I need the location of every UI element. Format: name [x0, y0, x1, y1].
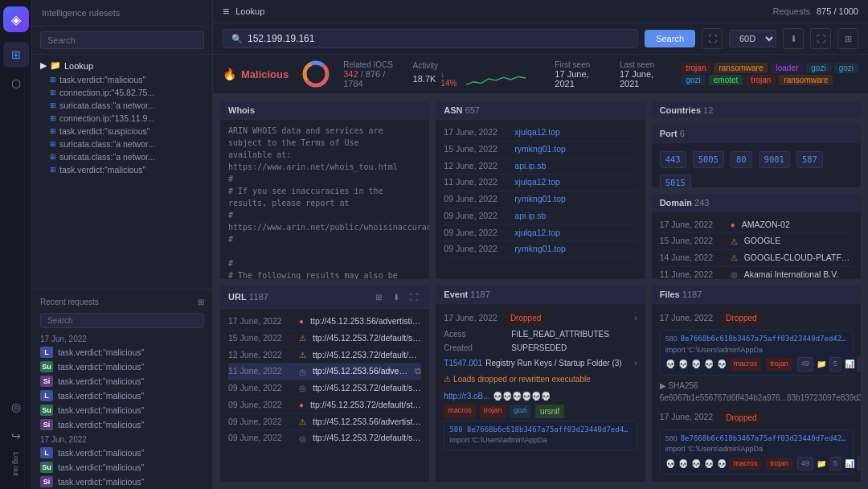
- topbar-right: Requests 875 / 1000: [773, 6, 858, 16]
- tree-item[interactable]: ⊞connection.ip:"135.11.9...: [32, 112, 212, 125]
- fullscreen-icon[interactable]: ⛶: [810, 28, 831, 49]
- download-icon[interactable]: ⬇: [783, 28, 804, 49]
- tree-item[interactable]: ⊞task.verdict:"malicious": [32, 73, 212, 86]
- tag-macros-f[interactable]: macros: [730, 358, 762, 371]
- tag-ursnif[interactable]: ursnif: [535, 405, 564, 418]
- event-hash: 580 8e7668b6c618b3467a75aff03d23440d7ed4…: [449, 425, 631, 436]
- recent-search-wrap: [32, 310, 212, 331]
- tag-gozi[interactable]: gozi: [806, 63, 830, 73]
- tag-trojan-f2[interactable]: trojan: [766, 458, 792, 471]
- port-num[interactable]: 443: [660, 151, 686, 169]
- files-panel: Files 1187 17 June, 2022 Dropped 580 8e7…: [651, 285, 862, 483]
- files-hash-row-2: 580 8e7668b6c618b3467a75aff03d23440d7ed4…: [660, 429, 853, 475]
- event-content: 17 June, 2022 Dropped › Acess FILE_READ_…: [436, 304, 645, 482]
- lookup-bar: 🔍 Search ⛶ 60D 30D 7D ⬇ ⛶ ⊞: [213, 23, 868, 55]
- port-num[interactable]: 5005: [693, 151, 724, 169]
- task-expand-icon[interactable]: ›: [634, 357, 637, 369]
- url-expand-icon[interactable]: ⛶: [407, 290, 421, 304]
- hamburger-icon[interactable]: ≡: [223, 5, 229, 18]
- tag-ransomware-2[interactable]: ransomware: [779, 75, 833, 85]
- recent-search-input[interactable]: [40, 313, 204, 328]
- port-num[interactable]: 587: [796, 151, 823, 169]
- time-period-select[interactable]: 60D 30D 7D: [729, 30, 776, 47]
- recent-item[interactable]: Sitask.verdict:"malicious": [32, 417, 212, 432]
- dropped-link[interactable]: http://r3.oB...: [444, 392, 489, 401]
- skull-icon: 💀: [691, 358, 701, 370]
- donut-chart: [301, 60, 330, 88]
- requests-value: 875 / 1000: [817, 6, 858, 16]
- sidebar-search-input[interactable]: [40, 31, 204, 49]
- port-num[interactable]: 9001: [759, 151, 790, 169]
- url-filter-icon[interactable]: ⊞: [371, 290, 386, 304]
- skull-icon: 💀: [717, 358, 727, 370]
- tree-item[interactable]: ⊞suricata.class:"a networ...: [32, 138, 212, 150]
- recent-item[interactable]: Ltask.verdict:"malicious": [32, 446, 212, 460]
- recent-filter-icon[interactable]: ⊞: [198, 298, 204, 306]
- tag-trojan-f[interactable]: trojan: [766, 358, 792, 371]
- event-task-link[interactable]: T1547.001: [444, 357, 482, 369]
- recent-item[interactable]: Ltask.verdict:"malicious": [32, 388, 212, 403]
- tag-trojan-2[interactable]: trojan: [746, 75, 776, 85]
- recent-item[interactable]: Sitask.verdict:"malicious": [32, 374, 212, 388]
- skull-icon: 💀: [678, 458, 688, 470]
- tag-loader[interactable]: loader: [771, 63, 803, 73]
- tree-item[interactable]: ⊞suricata.class:"a networ...: [32, 99, 212, 112]
- event-panel: Event 1187 17 June, 2022 Dropped › Acess…: [435, 285, 645, 483]
- whois-content[interactable]: ARIN WHOIS data and services are subject…: [220, 120, 429, 279]
- lookup-input[interactable]: [248, 33, 629, 44]
- sidebar-folder-lookup[interactable]: ▶ 📁 Lookup: [32, 58, 212, 73]
- tree-item[interactable]: ⊞suricata.class:"a networ...: [32, 150, 212, 163]
- recent-item[interactable]: Ltask.verdict:"malicious": [32, 345, 212, 360]
- recent-item[interactable]: Sutask.verdict:"malicious": [32, 360, 212, 374]
- nav-analysis[interactable]: ⊞: [3, 42, 29, 68]
- nav-sandbox[interactable]: ⬡: [3, 71, 29, 97]
- search-icon: 🔍: [231, 34, 243, 44]
- tree-item[interactable]: ⊞task.verdict:"suspicious": [32, 125, 212, 138]
- recent-item[interactable]: Sitask.verdict:"malicious": [32, 475, 212, 489]
- files-date: 17 June, 2022: [660, 312, 714, 325]
- recent-date-2: 17 Jun, 2022: [32, 432, 212, 446]
- grid-icon[interactable]: ⊞: [837, 28, 858, 49]
- countries-panel: Countries 12 🇦🇷Argentina 🇦🇩Andorra 🇦🇴Ang…: [651, 101, 862, 119]
- port-content: 443 5005 80 9001 587 5015: [652, 143, 861, 187]
- domain-panel-header: Domain 243: [652, 194, 861, 212]
- sidebar-search-wrap: [32, 27, 212, 55]
- folder-icon2: 📁: [50, 60, 61, 71]
- nav-contacts[interactable]: ◎: [3, 394, 29, 420]
- tag-ransomware[interactable]: ransomware: [714, 63, 768, 73]
- event-date: 17 June, 2022: [444, 312, 497, 325]
- event-expand-icon[interactable]: ›: [634, 312, 637, 325]
- nav-logout[interactable]: ↪: [3, 423, 29, 449]
- skull-icon: 💀: [717, 458, 727, 470]
- main-area: ≡ Lookup Requests 875 / 1000 🔍 Search ⛶ …: [213, 0, 868, 489]
- export-icon[interactable]: ⛶: [702, 28, 723, 49]
- tree-item[interactable]: ⊞connection.ip:"45.82.75...: [32, 86, 212, 99]
- countries-title: Countries 12: [660, 105, 714, 115]
- tag-trojan-ev[interactable]: trojan: [480, 405, 506, 418]
- tag-gozi-3[interactable]: gozi: [681, 75, 705, 85]
- tree-item[interactable]: ⊞task.verdict:"malicious": [32, 163, 212, 176]
- tag-trojan[interactable]: trojan: [681, 63, 710, 73]
- recent-item[interactable]: Sutask.verdict:"malicious": [32, 403, 212, 417]
- chart-icon-f2: 📊: [845, 458, 854, 470]
- recent-item[interactable]: Sutask.verdict:"malicious": [32, 460, 212, 475]
- topbar-title: Lookup: [235, 6, 264, 16]
- requests-label: Requests: [773, 6, 810, 16]
- folder-icon: ▶: [40, 60, 47, 71]
- search-button[interactable]: Search: [645, 30, 695, 47]
- flame-icon: 🔥: [223, 68, 236, 80]
- tag-macros[interactable]: macros: [444, 405, 476, 418]
- tag-macros-f2[interactable]: macros: [730, 458, 762, 471]
- domain-panel: Domain 243 17 June, 2022●AMAZON-02 15 Ju…: [651, 193, 862, 281]
- first-seen-value: 17 June, 2021: [555, 69, 604, 88]
- url-download-icon[interactable]: ⬇: [389, 290, 403, 304]
- event-dropped-badge: Dropped: [506, 311, 546, 325]
- tag-gozi-ev[interactable]: gozi: [510, 405, 531, 418]
- tag-emotet[interactable]: emotet: [709, 75, 743, 85]
- port-num[interactable]: 5015: [660, 175, 691, 187]
- copy-icon[interactable]: ⧉: [415, 365, 421, 378]
- tag-gozi-2[interactable]: gozi: [834, 63, 858, 73]
- files-dropped-badge: Dropped: [721, 311, 761, 325]
- middle-column: Countries 12 🇦🇷Argentina 🇦🇩Andorra 🇦🇴Ang…: [651, 101, 862, 188]
- port-num[interactable]: 80: [731, 151, 752, 169]
